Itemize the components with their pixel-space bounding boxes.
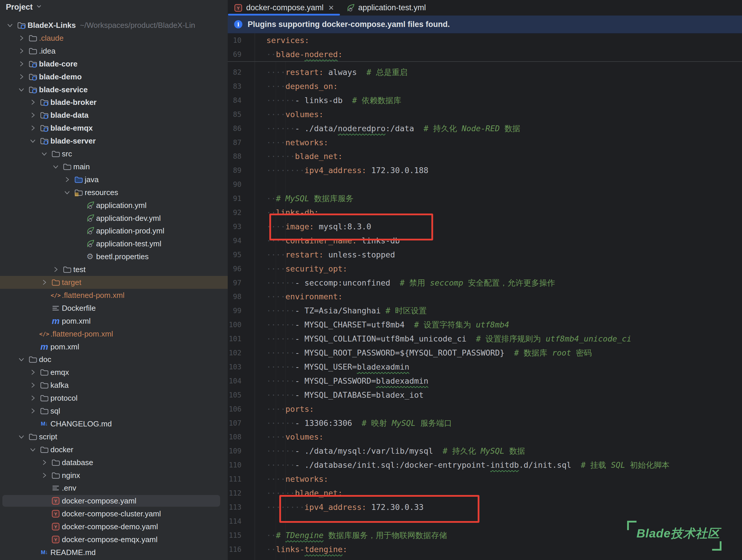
tree-item-test[interactable]: test xyxy=(0,263,228,276)
code-line-105[interactable]: 105······- MYSQL_DATABASE=bladex_iot xyxy=(228,388,742,402)
tree-item-protocol[interactable]: protocol xyxy=(0,392,228,404)
chevron-down-icon[interactable] xyxy=(52,163,59,170)
code-line-108[interactable]: 108····volumes: xyxy=(228,430,742,444)
chevron-down-icon[interactable] xyxy=(17,86,25,94)
tree-item-docker-compose-emqx.yaml[interactable]: Ydocker-compose-emqx.yaml xyxy=(0,533,228,546)
code-line-89[interactable]: 89········ipv4_address: 172.30.0.188 xyxy=(228,163,742,177)
tree-item-blade-data[interactable]: blade-data xyxy=(0,109,228,121)
line-number[interactable]: 100 xyxy=(228,318,242,332)
tree-item-pom.xml[interactable]: mpom.xml xyxy=(0,340,228,353)
tree-item-doc[interactable]: doc xyxy=(0,353,228,366)
code-line-109[interactable]: 109······- ./data/mysql:/var/lib/mysql #… xyxy=(228,444,742,458)
line-number[interactable]: 101 xyxy=(228,332,242,346)
tree-item-nginx[interactable]: nginx xyxy=(0,469,228,482)
line-number[interactable]: 115 xyxy=(228,528,242,543)
chevron-right-icon[interactable] xyxy=(17,73,25,80)
tree-item-script[interactable]: script xyxy=(0,430,228,443)
chevron-right-icon[interactable] xyxy=(29,369,37,376)
code-line-101[interactable]: 101······- MYSQL_COLLATION=utf8mb4_unico… xyxy=(228,332,742,346)
line-number[interactable]: 107 xyxy=(228,416,242,430)
code-line-88[interactable]: 88······blade_net: xyxy=(228,149,742,163)
chevron-right-icon[interactable] xyxy=(52,266,59,273)
line-number[interactable]: 116 xyxy=(228,543,242,557)
editor-tab-docker-compose.yaml[interactable]: Ydocker-compose.yaml✕ xyxy=(228,0,340,15)
chevron-right-icon[interactable] xyxy=(29,394,37,402)
line-number[interactable]: 109 xyxy=(228,444,242,458)
line-number[interactable]: 85 xyxy=(228,108,242,121)
close-icon[interactable]: ✕ xyxy=(328,4,334,12)
tree-item-application-prod.yml[interactable]: application-prod.yml xyxy=(0,224,228,237)
chevron-right-icon[interactable] xyxy=(41,471,48,479)
line-number[interactable]: 84 xyxy=(228,94,242,108)
line-number[interactable]: 113 xyxy=(228,500,242,514)
editor-tab-application-test.yml[interactable]: application-test.yml xyxy=(340,0,432,15)
tree-item-.flattened-pom.xml[interactable]: </>.flattened-pom.xml xyxy=(0,289,228,302)
line-number[interactable]: 105 xyxy=(228,388,242,402)
tree-item-blade-core[interactable]: blade-core xyxy=(0,57,228,70)
tree-item-src[interactable]: src xyxy=(0,147,228,160)
chevron-down-icon[interactable] xyxy=(41,150,48,158)
code-line-107[interactable]: 107······- 13306:3306 # 映射 MySQL 服务端口 xyxy=(228,416,742,430)
line-number[interactable]: 91 xyxy=(228,191,242,206)
line-number[interactable]: 82 xyxy=(228,65,242,79)
line-number[interactable]: 83 xyxy=(228,79,242,94)
code-line-10[interactable]: 10services: xyxy=(228,34,742,47)
chevron-down-icon[interactable] xyxy=(29,446,37,453)
tree-item-application-test.yml[interactable]: application-test.yml xyxy=(0,237,228,250)
tree-item-blade-demo[interactable]: blade-demo xyxy=(0,70,228,83)
tree-item-blade-emqx[interactable]: blade-emqx xyxy=(0,121,228,134)
chevron-right-icon[interactable] xyxy=(63,176,71,183)
tree-item-kafka[interactable]: kafka xyxy=(0,379,228,392)
tree-item-.env[interactable]: .env xyxy=(0,482,228,494)
tree-item-application-dev.yml[interactable]: application-dev.yml xyxy=(0,212,228,225)
line-number[interactable]: 95 xyxy=(228,248,242,262)
tree-item-.idea[interactable]: .idea xyxy=(0,45,228,57)
tree-item-Dockerfile[interactable]: Dockerfile xyxy=(0,302,228,315)
chevron-down-icon[interactable] xyxy=(6,21,14,29)
tree-item-docker-compose-cluster.yaml[interactable]: Ydocker-compose-cluster.yaml xyxy=(0,507,228,520)
code-line-82[interactable]: 82····restart: always # 总是重启 xyxy=(228,65,742,79)
code-line-87[interactable]: 87····networks: xyxy=(228,135,742,150)
line-number[interactable]: 10 xyxy=(228,34,242,47)
chevron-right-icon[interactable] xyxy=(17,34,25,42)
tree-item-java[interactable]: java xyxy=(0,173,228,186)
line-number[interactable]: 108 xyxy=(228,430,242,444)
tree-item-CHANGELOG.md[interactable]: M↓CHANGELOG.md xyxy=(0,417,228,430)
line-number[interactable]: 104 xyxy=(228,374,242,388)
code-line-98[interactable]: 98····environment: xyxy=(228,290,742,304)
line-number[interactable]: 87 xyxy=(228,135,242,150)
code-line-111[interactable]: 111····networks: xyxy=(228,472,742,486)
code-line-95[interactable]: 95····restart: unless-stopped xyxy=(228,248,742,262)
tree-item-main[interactable]: main xyxy=(0,160,228,173)
code-line-99[interactable]: 99······- TZ=Asia/Shanghai # 时区设置 xyxy=(228,304,742,318)
tree-item-docker[interactable]: docker xyxy=(0,443,228,456)
chevron-right-icon[interactable] xyxy=(41,459,48,466)
line-number[interactable]: 99 xyxy=(228,304,242,318)
chevron-down-icon[interactable] xyxy=(17,355,25,363)
tree-item-resources[interactable]: resources xyxy=(0,186,228,199)
code-line-106[interactable]: 106····ports: xyxy=(228,402,742,416)
code-line-69[interactable]: 69··blade-nodered: xyxy=(228,47,742,61)
code-line-104[interactable]: 104······- MYSQL_PASSWORD=bladexadmin xyxy=(228,374,742,388)
code-line-103[interactable]: 103······- MYSQL_USER=bladexadmin xyxy=(228,360,742,374)
line-number[interactable]: 114 xyxy=(228,514,242,528)
line-number[interactable]: 97 xyxy=(228,276,242,290)
tree-item-docker-compose-demo.yaml[interactable]: Ydocker-compose-demo.yaml xyxy=(0,520,228,533)
code-line-86[interactable]: 86······- ./data/noderedpro:/data # 持久化 … xyxy=(228,121,742,135)
code-line-100[interactable]: 100······- MYSQL_CHARSET=utf8mb4 # 设置字符集… xyxy=(228,318,742,332)
line-number[interactable]: 94 xyxy=(228,234,242,248)
tree-item-README.md[interactable]: M↓README.md xyxy=(0,546,228,559)
chevron-down-icon[interactable] xyxy=(29,137,37,145)
tree-item-database[interactable]: database xyxy=(0,456,228,469)
code-line-91[interactable]: 91··# MySQL 数据库服务 xyxy=(228,191,742,206)
tree-item-.flattened-pom.xml[interactable]: </>.flattened-pom.xml xyxy=(0,327,228,340)
code-line-90[interactable]: 90 xyxy=(228,177,742,191)
tree-item-blade-service[interactable]: blade-service xyxy=(0,83,228,96)
code-line-96[interactable]: 96····security_opt: xyxy=(228,262,742,276)
chevron-right-icon[interactable] xyxy=(29,124,37,132)
line-number[interactable]: 92 xyxy=(228,206,242,220)
line-number[interactable]: 111 xyxy=(228,472,242,486)
line-number[interactable]: 93 xyxy=(228,220,242,234)
chevron-right-icon[interactable] xyxy=(29,381,37,389)
line-number[interactable]: 96 xyxy=(228,262,242,276)
